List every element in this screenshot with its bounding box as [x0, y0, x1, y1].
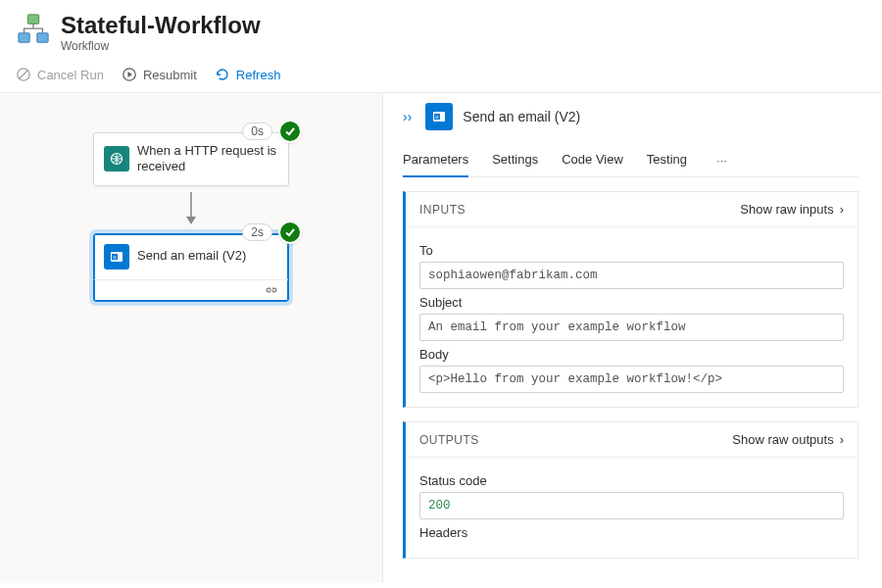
tab-settings[interactable]: Settings [492, 144, 538, 176]
node-footer [94, 279, 288, 301]
show-raw-outputs-label: Show raw outputs [732, 432, 833, 447]
show-raw-inputs-button[interactable]: Show raw inputs › [740, 202, 844, 217]
cancel-run-label: Cancel Run [37, 68, 104, 82]
link-icon [265, 283, 278, 298]
success-icon [278, 220, 302, 244]
main-area: 0s When a HTTP request is received 2s o [0, 93, 882, 583]
chevron-right-icon: › [840, 432, 844, 447]
outputs-label: OUTPUTS [419, 433, 479, 447]
show-raw-outputs-button[interactable]: Show raw outputs › [732, 432, 844, 447]
body-value: <p>Hello from your example workflow!</p> [419, 366, 844, 393]
show-raw-inputs-label: Show raw inputs [740, 202, 833, 217]
refresh-button[interactable]: Refresh [215, 67, 281, 82]
resubmit-icon [122, 67, 137, 82]
refresh-icon [215, 67, 230, 82]
cancel-icon [16, 67, 31, 82]
inputs-panel: INPUTS Show raw inputs › To sophiaowen@f… [403, 191, 858, 408]
svg-line-4 [20, 71, 27, 78]
outlook-icon: o [104, 244, 129, 270]
chevron-right-icon: › [840, 202, 844, 217]
outputs-panel: OUTPUTS Show raw outputs › Status code 2… [403, 421, 858, 559]
details-header: ›› o Send an email (V2) [403, 103, 858, 130]
command-bar: Cancel Run Resubmit Refresh [0, 59, 882, 93]
svg-marker-6 [127, 72, 132, 77]
action-status-badge: 2s [242, 220, 302, 244]
headers-label: Headers [419, 525, 844, 540]
refresh-label: Refresh [236, 68, 281, 82]
more-tabs-icon[interactable]: ··· [710, 149, 733, 172]
page-subtitle: Workflow [61, 39, 261, 53]
resubmit-label: Resubmit [143, 68, 197, 82]
trigger-node-label: When a HTTP request is received [137, 143, 278, 175]
outlook-icon: o [425, 103, 453, 130]
to-label: To [419, 243, 844, 258]
to-value: sophiaowen@fabrikam.com [419, 262, 844, 289]
subject-label: Subject [419, 295, 844, 310]
action-duration: 2s [242, 223, 272, 241]
inputs-label: INPUTS [419, 203, 466, 217]
designer-canvas[interactable]: 0s When a HTTP request is received 2s o [0, 93, 382, 583]
svg-marker-9 [186, 217, 196, 224]
workflow-icon [16, 12, 51, 47]
trigger-status-badge: 0s [242, 120, 302, 143]
svg-rect-0 [27, 15, 38, 24]
trigger-node[interactable]: 0s When a HTTP request is received [93, 132, 289, 186]
details-pane: ›› o Send an email (V2) Parameters Setti… [382, 93, 882, 583]
success-icon [278, 120, 302, 143]
status-code-label: Status code [419, 473, 844, 488]
page-title: Stateful-Workflow [61, 12, 261, 39]
tab-parameters[interactable]: Parameters [403, 144, 468, 176]
tab-code-view[interactable]: Code View [562, 144, 623, 176]
body-label: Body [419, 347, 844, 362]
svg-rect-2 [37, 33, 48, 42]
resubmit-button[interactable]: Resubmit [122, 67, 197, 82]
svg-rect-1 [19, 33, 29, 42]
details-title: Send an email (V2) [463, 109, 580, 124]
trigger-duration: 0s [242, 122, 272, 140]
subject-value: An email from your example workflow [419, 314, 844, 341]
http-request-icon [104, 146, 129, 172]
tab-testing[interactable]: Testing [647, 144, 687, 176]
action-node[interactable]: 2s o Send an email (V2) [93, 233, 289, 302]
collapse-pane-icon[interactable]: ›› [403, 109, 412, 124]
status-code-value: 200 [419, 492, 844, 519]
cancel-run-button[interactable]: Cancel Run [16, 67, 104, 82]
action-node-label: Send an email (V2) [137, 248, 246, 264]
page-header: Stateful-Workflow Workflow [0, 0, 882, 59]
details-tabs: Parameters Settings Code View Testing ··… [403, 144, 858, 177]
